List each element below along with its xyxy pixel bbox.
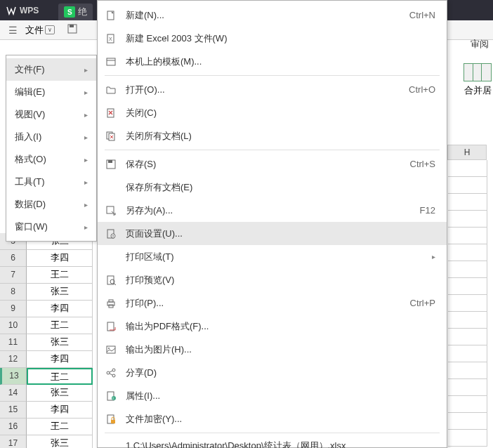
menu-item[interactable]: 文件(F)▸ <box>6 58 96 81</box>
cell[interactable] <box>448 379 487 396</box>
cell[interactable] <box>448 228 487 244</box>
cell[interactable]: 王二 <box>27 267 93 284</box>
file-menu-button[interactable]: 文件 ∨ <box>22 22 58 39</box>
submenu-item[interactable]: 输出为PDF格式(F)... <box>98 315 447 338</box>
cell[interactable] <box>448 362 487 379</box>
hamburger-icon[interactable]: ☰ <box>6 25 20 36</box>
submenu-item[interactable]: 打开(O)...Ctrl+O <box>98 78 447 101</box>
submenu-item[interactable]: 新建(N)...Ctrl+N <box>98 4 447 27</box>
cell[interactable]: 王二 <box>27 419 93 435</box>
cell[interactable]: 王二 <box>27 368 93 385</box>
submenu-item[interactable]: 本机上的模板(M)... <box>98 50 447 73</box>
cell[interactable]: 张三 <box>27 435 93 448</box>
row-header[interactable]: 13 <box>0 368 27 385</box>
row-header[interactable]: 9 <box>0 301 27 317</box>
chevron-right-icon: ▸ <box>84 66 88 74</box>
cell[interactable] <box>448 413 487 430</box>
svg-text:i: i <box>113 396 114 400</box>
document-tab[interactable]: S 绝 <box>58 4 93 20</box>
cell[interactable]: 李四 <box>27 402 93 419</box>
svg-text:X: X <box>109 37 112 41</box>
app-logo: WPS <box>6 5 39 16</box>
merge-cells-button[interactable]: 合并居 <box>464 63 492 97</box>
row-header[interactable]: 10 <box>0 317 27 334</box>
cell[interactable]: 张三 <box>27 284 93 301</box>
cell[interactable]: 李四 <box>27 301 93 317</box>
row-header[interactable]: 17 <box>0 435 27 448</box>
preview-icon <box>105 274 117 286</box>
menu-item[interactable]: 视图(V)▸ <box>6 103 96 126</box>
document-name: 绝 <box>78 6 87 18</box>
submenu-item[interactable]: 分享(D) <box>98 361 447 384</box>
column-header-h[interactable]: H <box>447 145 487 160</box>
submenu-item[interactable]: X新建 Excel 2003 文件(W) <box>98 27 447 50</box>
row-header[interactable]: 15 <box>0 402 27 419</box>
cell[interactable] <box>448 177 487 194</box>
submenu-item[interactable]: 保存所有文档(E) <box>98 176 447 199</box>
submenu-item[interactable]: 打印(P)...Ctrl+P <box>98 291 447 315</box>
svg-rect-5 <box>107 58 115 65</box>
submenu-item[interactable]: 保存(S)Ctrl+S <box>98 152 447 176</box>
cell[interactable] <box>448 160 487 177</box>
svg-point-27 <box>112 374 115 377</box>
menu-item[interactable]: 编辑(E)▸ <box>6 81 96 103</box>
svg-point-15 <box>112 235 114 237</box>
chevron-right-icon: ▸ <box>84 223 88 231</box>
cell[interactable] <box>448 244 487 261</box>
cell[interactable] <box>448 312 487 329</box>
close-icon <box>105 107 117 119</box>
cell[interactable]: 王二 <box>27 317 93 334</box>
tab-review[interactable]: 审阅 <box>471 38 489 51</box>
svg-rect-20 <box>109 300 113 302</box>
new-icon <box>105 9 117 22</box>
submenu-item[interactable]: 输出为图片(H)... <box>98 338 447 361</box>
svg-rect-11 <box>108 160 112 163</box>
submenu-item[interactable]: 打印预览(V) <box>98 268 447 291</box>
svg-rect-1 <box>70 25 74 27</box>
cell[interactable]: 李四 <box>27 351 93 368</box>
chevron-right-icon: ▸ <box>84 178 88 186</box>
pdf-icon <box>105 320 117 333</box>
cell[interactable] <box>448 329 487 345</box>
row-header[interactable]: 12 <box>0 351 27 368</box>
save-icon <box>105 158 117 171</box>
menu-item[interactable]: 窗口(W)▸ <box>6 216 96 238</box>
cell[interactable] <box>448 261 487 278</box>
row-header[interactable]: 16 <box>0 419 27 435</box>
menu-item[interactable]: 插入(I)▸ <box>6 126 96 148</box>
submenu-item[interactable]: i属性(I)... <box>98 384 447 407</box>
cell[interactable] <box>448 430 487 447</box>
row-header[interactable]: 11 <box>0 334 27 351</box>
recent-file-item[interactable]: 1 C:\Users\Administrator\Desktop\统计表（网用）… <box>98 435 447 448</box>
row-header[interactable]: 6 <box>0 250 27 267</box>
cell[interactable] <box>448 345 487 362</box>
cell[interactable]: 张三 <box>27 334 93 351</box>
cell[interactable]: 李四 <box>27 250 93 267</box>
row-header[interactable]: 8 <box>0 284 27 301</box>
shortcut: Ctrl+O <box>409 84 435 95</box>
submenu-item[interactable]: 关闭(C) <box>98 101 447 124</box>
print-icon <box>105 297 117 310</box>
svg-point-24 <box>108 348 110 349</box>
cell[interactable]: 张三 <box>27 385 93 402</box>
cell[interactable] <box>448 396 487 413</box>
menu-item[interactable]: 数据(D)▸ <box>6 193 96 216</box>
shortcut: Ctrl+P <box>410 298 435 308</box>
menu-item[interactable]: 格式(O)▸ <box>6 148 96 171</box>
submenu-item[interactable]: 关闭所有文档(L) <box>98 124 447 147</box>
menu-item[interactable]: 工具(T)▸ <box>6 171 96 193</box>
cell[interactable] <box>448 295 487 312</box>
chevron-right-icon: ▸ <box>84 156 88 164</box>
submenu-item[interactable]: 打印区域(T)▸ <box>98 245 447 268</box>
cell[interactable] <box>448 278 487 295</box>
svg-point-26 <box>112 369 115 371</box>
cell[interactable] <box>448 194 487 211</box>
submenu-item[interactable]: 另存为(A)...F12 <box>98 199 447 222</box>
row-header[interactable]: 14 <box>0 385 27 402</box>
submenu-item[interactable]: 页面设置(U)... <box>98 222 447 245</box>
row-header[interactable]: 7 <box>0 267 27 284</box>
save-toolbar-icon[interactable] <box>64 23 81 37</box>
submenu-item[interactable]: 文件加密(Y)... <box>98 407 447 430</box>
merge-icon <box>464 63 492 81</box>
cell[interactable] <box>448 211 487 228</box>
